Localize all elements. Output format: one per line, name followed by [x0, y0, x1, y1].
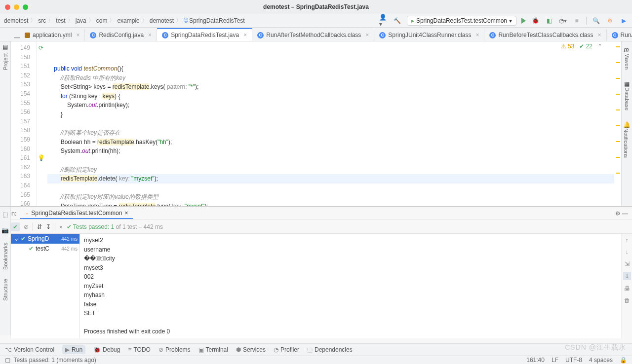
run-settings-icon[interactable]: ⚙ [613, 209, 622, 218]
bottom-terminal[interactable]: ▣Terminal [198, 346, 228, 353]
camera-icon[interactable]: 📷 [1, 227, 9, 234]
test-node[interactable]: ✔testC442 ms [11, 244, 79, 254]
bottom-version-control[interactable]: ⌥Version Control [5, 346, 54, 353]
run-toolbar: ✔ ⊘ ⇵ ↧ » ✔ Tests passed: 1 of 1 test – … [0, 220, 632, 234]
close-tab-icon[interactable]: × [475, 32, 479, 38]
icon-gutter: ⟳ 💡 [37, 41, 47, 206]
sort-down-icon[interactable]: ⇵ [37, 223, 42, 230]
left-lower-strip: ⬚ 📷 BookmarksStructure [0, 207, 11, 335]
close-tab-icon[interactable]: × [365, 32, 369, 38]
chevron-down-icon: ▾ [509, 17, 512, 24]
print-icon[interactable]: 🖶 [624, 285, 630, 292]
bottom-services[interactable]: ⬢Services [236, 346, 266, 353]
watermark: CSDN @江生载水 [565, 343, 626, 352]
inspection-widget[interactable]: ⚠ 53 ✔ 22 ⌃ [561, 43, 602, 50]
fail-filter-icon[interactable]: ⊘ [24, 223, 29, 230]
build-icon[interactable]: 🔨 [393, 16, 402, 25]
clear-icon[interactable]: 🗑 [624, 297, 630, 304]
bottom-problems[interactable]: ⊘Problems [158, 346, 191, 353]
bottom-todo[interactable]: ≡TODO [128, 346, 150, 353]
status-bar: ▢ Tests passed: 1 (moments ago) 161:40LF… [0, 355, 632, 364]
status-lf[interactable]: LF [552, 357, 558, 364]
right-tool-strip: mMaven▦Database🔔Notifications [621, 41, 632, 206]
nav-bar: demotest〉src〉test〉java〉com〉example〉demot… [0, 14, 632, 28]
stop-button[interactable]: ■ [572, 16, 581, 25]
bottom-profiler[interactable]: ◔Profiler [274, 346, 299, 353]
bottom-dependencies[interactable]: ⬚Dependencies [307, 346, 353, 353]
bottom-debug[interactable]: 🐞Debug [93, 346, 120, 353]
window-title: demotest – SpringDataRedisTest.java [0, 3, 632, 10]
right-tool-database[interactable]: Database [624, 87, 630, 110]
ide-updates-icon[interactable]: ▶ [619, 16, 628, 25]
titlebar: demotest – SpringDataRedisTest.java [0, 0, 632, 14]
code-area[interactable]: ⚠ 53 ✔ 22 ⌃ public void testCommon(){ //… [47, 41, 614, 206]
up-icon[interactable]: ↑ [626, 237, 629, 244]
run-tool-window: Run: ⬩ SpringDataRedisTest.testCommon × … [0, 206, 632, 338]
users-icon[interactable]: 👤▾ [379, 16, 388, 25]
right-tool-notifications[interactable]: Notifications [623, 128, 629, 158]
editor-tab[interactable]: CRunBeforeTestClassCallbacks.class× [484, 29, 606, 41]
project-tool-icon[interactable]: ▤ [2, 43, 8, 50]
sort-alpha-icon[interactable]: ↧ [46, 223, 51, 230]
editor-tabs: — application.yml×CRedisConfig.java×CSpr… [0, 28, 632, 41]
search-icon[interactable]: 🔍 [592, 16, 600, 25]
error-stripe[interactable] [614, 41, 621, 206]
test-icon: ⬩ [25, 210, 29, 217]
status-icon[interactable]: ▢ [5, 357, 10, 364]
run-config-selector[interactable]: ▸ SpringDataRedisTest.testCommon ▾ [407, 16, 516, 26]
test-status: ✔ Tests passed: 1 of 1 test – 442 ms [67, 223, 163, 230]
project-tool-label[interactable]: Project [2, 53, 8, 70]
editor-tab[interactable]: CSpringJUnit4ClassRunner.class× [374, 29, 484, 41]
close-tab-icon[interactable]: × [76, 32, 79, 38]
down-icon[interactable]: ↓ [626, 249, 629, 255]
bottom-tool-bar: ⌥Version Control▶Run🐞Debug≡TODO⊘Problems… [0, 343, 632, 355]
play-icon: ▸ [411, 17, 414, 24]
right-tool-maven[interactable]: Maven [624, 53, 630, 70]
status-message: Tests passed: 1 (moments ago) [13, 357, 96, 364]
close-tab-icon[interactable]: × [148, 32, 152, 38]
settings-icon[interactable]: ⚙ [605, 16, 614, 25]
scroll-end-icon[interactable]: ⤓ [623, 272, 631, 280]
console-output[interactable]: myset2username�� t citymyset3002myZset… [80, 234, 621, 338]
profile-button[interactable]: ◔▾ [558, 16, 567, 25]
test-tree[interactable]: ⌄✔SpringD442 ms✔testC442 ms [11, 234, 80, 338]
commit-icon[interactable]: ⬚ [2, 211, 8, 218]
status-utf-8[interactable]: UTF-8 [565, 357, 582, 364]
debug-button[interactable]: 🐞 [531, 16, 540, 25]
coverage-button[interactable]: ◧ [545, 16, 553, 25]
close-tab-icon[interactable]: × [243, 32, 247, 38]
status-4 spaces[interactable]: 4 spaces [589, 357, 613, 364]
editor-tab[interactable]: CRunAfterTestMethodCallbacks.class× [252, 29, 374, 41]
collapse-tabs[interactable]: — [14, 34, 20, 41]
intention-bulb-icon[interactable]: 💡 [38, 154, 45, 161]
editor[interactable]: 1491501511521531541551561571581591601611… [11, 41, 621, 206]
run-gutter-icon[interactable]: ⟳ [39, 44, 43, 51]
editor-tab[interactable]: CRunAfterTestClassCallbacks.class× [607, 29, 632, 41]
editor-tab[interactable]: CRedisConfig.java× [85, 29, 157, 41]
soft-wrap-icon[interactable]: ⇲ [625, 260, 630, 267]
left-tool-strip: ▤ Project [0, 41, 11, 206]
run-config-label: SpringDataRedisTest.testCommon [416, 17, 507, 24]
bottom-run[interactable]: ▶Run [62, 345, 85, 354]
expand-icon[interactable]: » [59, 223, 63, 230]
chevron-icon[interactable]: ⌃ [597, 43, 602, 50]
run-tab[interactable]: ⬩ SpringDataRedisTest.testCommon × [20, 208, 133, 219]
status-161:40[interactable]: 161:40 [526, 357, 545, 364]
left-tool-bookmarks[interactable]: Bookmarks [2, 243, 8, 270]
console-toolbar: ↑ ↓ ⇲ ⤓ 🖶 🗑 [621, 234, 632, 338]
lock-icon[interactable]: 🔒 [620, 357, 627, 364]
pass-filter-icon[interactable]: ✔ [11, 222, 20, 231]
line-gutter: 1491501511521531541551561571581591601611… [11, 41, 37, 206]
left-tool-structure[interactable]: Structure [2, 279, 8, 301]
close-tab-icon[interactable]: × [598, 32, 601, 38]
test-node[interactable]: ⌄✔SpringD442 ms [11, 234, 79, 244]
editor-tab[interactable]: application.yml× [20, 29, 85, 41]
hide-run-icon[interactable]: — [622, 210, 628, 217]
editor-tab[interactable]: CSpringDataRedisTest.java× [157, 28, 252, 41]
run-button[interactable] [521, 18, 526, 24]
breadcrumb[interactable]: demotest〉src〉test〉java〉com〉example〉demot… [4, 16, 245, 25]
close-icon[interactable]: × [124, 210, 128, 217]
